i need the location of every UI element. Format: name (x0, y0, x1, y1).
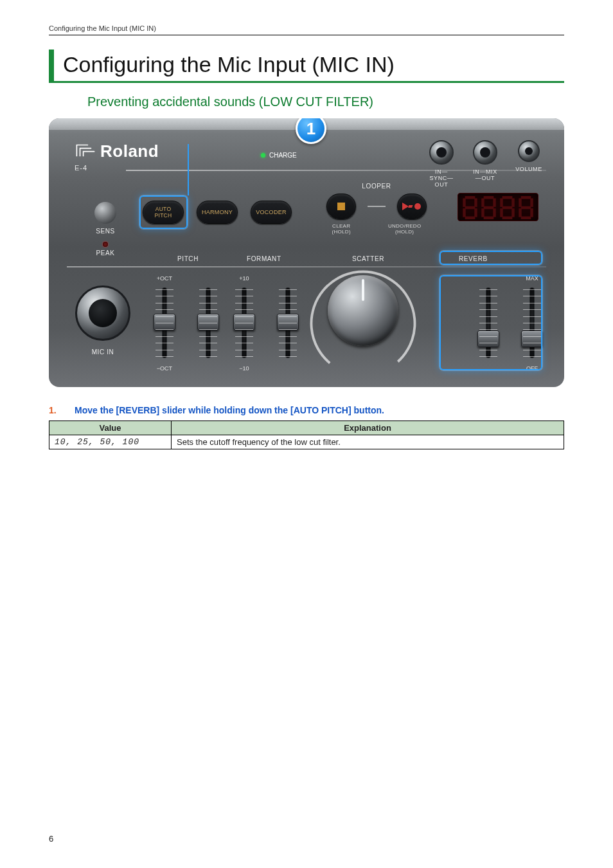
formant-slider-2 (280, 284, 296, 361)
svg-rect-8 (474, 198, 477, 207)
svg-rect-29 (530, 198, 533, 207)
charge-indicator: CHARGE (261, 152, 297, 159)
svg-rect-11 (484, 196, 494, 199)
svg-rect-25 (521, 196, 531, 199)
looper-undo-label: UNDO/REDO(HOLD) (388, 223, 422, 235)
slider-cap-bot: −OCT (148, 365, 181, 372)
section-heading: Preventing accidental sounds (LOW CUT FI… (87, 95, 564, 109)
svg-rect-17 (493, 208, 496, 217)
step-number: 1. (49, 405, 60, 415)
vocoder-button: VOCODER (251, 201, 292, 224)
svg-rect-27 (521, 217, 531, 220)
seg-digit-icon (462, 196, 478, 219)
seg-digit-icon (481, 196, 497, 219)
brand-logo-icon (75, 143, 96, 161)
volume-knob-icon (518, 140, 540, 162)
stop-icon (337, 203, 345, 210)
svg-rect-19 (502, 206, 513, 210)
jack-ring-icon (429, 140, 454, 165)
looper-clear-label: CLEAR(HOLD) (332, 223, 351, 235)
table-cell-explanation: Sets the cutoff frequency of the low cut… (172, 435, 564, 449)
charge-label: CHARGE (269, 152, 297, 159)
pitch-slider-2 (200, 284, 216, 361)
svg-rect-9 (463, 208, 466, 217)
svg-rect-15 (493, 198, 496, 207)
svg-rect-13 (484, 217, 494, 220)
svg-rect-20 (502, 217, 513, 220)
svg-rect-6 (465, 217, 475, 220)
mic-in-label: MIC IN (71, 348, 135, 356)
pitch-slider-group: +OCT −OCT (157, 284, 216, 361)
formant-label: FORMANT (247, 255, 281, 262)
mic-in-ring-icon (75, 285, 130, 341)
looper-section: LOOPER CLEAR(HOLD) UNDO/REDO(HOLD) (312, 183, 441, 235)
svg-rect-28 (519, 198, 522, 207)
svg-rect-24 (511, 208, 515, 217)
jack-row: IN—SYNC—OUT IN—MIX—OUT VOLUME (428, 140, 542, 188)
formant-slider-group: +10 −10 (236, 284, 296, 361)
svg-rect-23 (500, 208, 503, 217)
svg-rect-10 (474, 208, 477, 217)
svg-rect-14 (481, 198, 484, 207)
connector-line (368, 206, 386, 207)
looper-play-rec-button (397, 194, 427, 219)
sens-label: SENS (86, 228, 125, 235)
svg-rect-18 (502, 196, 513, 199)
pitch-slider: +OCT −OCT (157, 284, 172, 361)
jack-volume: VOLUME (515, 140, 542, 172)
slider-cap-top: +10 (228, 275, 260, 282)
charge-led-icon (261, 153, 265, 158)
slider-cap-top: +OCT (148, 275, 181, 282)
seg-digit-icon (499, 196, 515, 219)
highlight-auto-pitch (139, 195, 188, 229)
table-cell-value: 10, 25, 50, 100 (49, 435, 172, 449)
svg-marker-1 (402, 203, 409, 210)
svg-rect-0 (337, 203, 345, 210)
table-row: 10, 25, 50, 100 Sets the cutoff frequenc… (49, 435, 564, 449)
page-number: 6 (49, 834, 53, 844)
jack-mix-label: IN—MIX—OUT (472, 168, 499, 181)
table-header-explanation: Explanation (172, 421, 564, 435)
parameter-table: Value Explanation 10, 25, 50, 100 Sets t… (49, 420, 564, 449)
svg-rect-22 (511, 198, 515, 207)
svg-rect-16 (481, 208, 484, 217)
svg-rect-4 (465, 196, 475, 199)
device-panel-figure: 1 Roland E-4 CHARGE IN—SYNC—OUT IN—MIX—O… (49, 118, 564, 387)
running-header: Configuring the Mic Input (MIC IN) (49, 24, 564, 35)
svg-rect-21 (500, 198, 503, 207)
callout-leader (188, 144, 189, 195)
highlight-reverb-sliders (440, 275, 542, 370)
step-1: 1. Move the [REVERB] slider while holdin… (49, 405, 564, 415)
table-header-value: Value (49, 421, 172, 435)
h1-container: Configuring the Mic Input (MIC IN) (49, 50, 564, 83)
volume-label: VOLUME (515, 166, 542, 172)
pitch-label: PITCH (177, 255, 199, 262)
slider-cap-bot: −10 (228, 365, 260, 372)
svg-rect-5 (465, 206, 475, 210)
scatter-label: SCATTER (352, 255, 384, 262)
panel-divider-mid (67, 266, 546, 267)
brand-name: Roland (100, 141, 159, 161)
looper-title: LOOPER (312, 183, 441, 190)
seg-digit-icon (518, 196, 534, 219)
callout-badge-1: 1 (296, 118, 326, 144)
jack-sync: IN—SYNC—OUT (428, 140, 455, 188)
svg-rect-12 (484, 206, 494, 210)
knob-icon (94, 202, 116, 224)
svg-rect-26 (521, 206, 531, 210)
svg-rect-31 (530, 208, 533, 217)
harmony-button: HARMONY (197, 201, 238, 224)
highlight-reverb-label (440, 251, 542, 265)
sens-knob: SENS (86, 202, 125, 235)
svg-rect-30 (519, 208, 522, 217)
peak-indicator: PEAK (89, 242, 122, 257)
play-rec-icon (402, 203, 422, 210)
peak-led-icon (103, 242, 108, 247)
step-text: Move the [REVERB] slider while holding d… (75, 405, 384, 415)
svg-rect-2 (408, 205, 413, 208)
page-title: Configuring the Mic Input (MIC IN) (63, 52, 564, 77)
formant-slider: +10 −10 (236, 284, 252, 361)
jack-mix: IN—MIX—OUT (472, 140, 499, 181)
brand-area: Roland E-4 (75, 141, 159, 172)
svg-rect-7 (463, 198, 466, 207)
